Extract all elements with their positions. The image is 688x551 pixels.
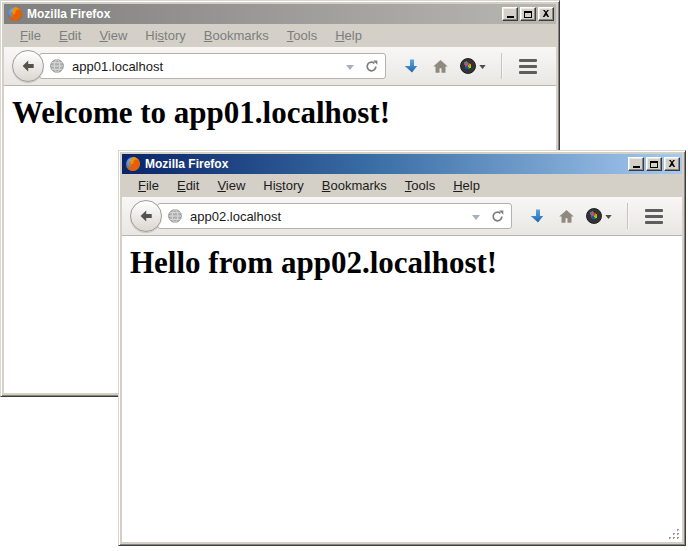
window-title: Mozilla Firefox xyxy=(145,157,628,171)
url-bar[interactable]: app01.localhost xyxy=(39,53,386,79)
navigation-toolbar: app01.localhost xyxy=(4,47,556,86)
back-arrow-icon xyxy=(138,208,154,224)
menu-help[interactable]: Help xyxy=(326,25,371,46)
site-identity-globe-icon[interactable] xyxy=(49,58,65,74)
back-button[interactable] xyxy=(12,50,44,82)
menu-edit[interactable]: Edit xyxy=(50,25,90,46)
minimize-button[interactable] xyxy=(502,7,518,21)
resize-grip[interactable] xyxy=(667,527,681,541)
home-icon xyxy=(558,208,575,225)
download-button[interactable] xyxy=(524,201,552,231)
urlbar-dropdown-icon[interactable] xyxy=(472,215,480,220)
page-content: Hello from app02.localhost! xyxy=(122,236,682,542)
close-icon xyxy=(668,160,676,167)
window-title: Mozilla Firefox xyxy=(27,7,502,21)
reload-button[interactable] xyxy=(486,205,508,227)
toolbar-separator xyxy=(501,53,503,79)
menu-hamburger-button[interactable] xyxy=(636,201,672,231)
sphere-dropdown-icon xyxy=(479,65,486,69)
menu-view[interactable]: View xyxy=(90,25,136,46)
close-button[interactable] xyxy=(664,157,680,171)
download-button[interactable] xyxy=(398,51,426,81)
menu-bookmarks[interactable]: Bookmarks xyxy=(313,175,396,196)
menu-view[interactable]: View xyxy=(208,175,254,196)
menu-bar: FileEditViewHistoryBookmarksToolsHelp xyxy=(122,174,682,197)
menu-bar: FileEditViewHistoryBookmarksToolsHelp xyxy=(4,24,556,47)
addon-sphere-button[interactable] xyxy=(580,201,618,231)
close-button[interactable] xyxy=(538,7,554,21)
menu-history[interactable]: History xyxy=(254,175,312,196)
reload-icon xyxy=(364,59,379,74)
home-icon xyxy=(432,58,449,75)
reload-icon xyxy=(490,209,505,224)
menu-tools[interactable]: Tools xyxy=(396,175,444,196)
minimize-button[interactable] xyxy=(628,157,644,171)
maximize-icon xyxy=(650,161,658,168)
menu-hamburger-button[interactable] xyxy=(510,51,546,81)
titlebar[interactable]: Mozilla Firefox xyxy=(4,4,556,24)
maximize-button[interactable] xyxy=(520,7,536,21)
home-button[interactable] xyxy=(426,51,454,81)
menu-bookmarks[interactable]: Bookmarks xyxy=(195,25,278,46)
sphere-dropdown-icon xyxy=(605,215,612,219)
menu-file[interactable]: File xyxy=(129,175,168,196)
menu-history[interactable]: History xyxy=(136,25,194,46)
menu-edit[interactable]: Edit xyxy=(168,175,208,196)
site-identity-globe-icon[interactable] xyxy=(167,208,183,224)
url-input[interactable]: app01.localhost xyxy=(72,59,342,74)
maximize-icon xyxy=(524,11,532,18)
titlebar[interactable]: Mozilla Firefox xyxy=(122,154,682,174)
page-heading: Hello from app02.localhost! xyxy=(130,245,674,281)
urlbar-dropdown-icon[interactable] xyxy=(346,65,354,70)
home-button[interactable] xyxy=(552,201,580,231)
minimize-icon xyxy=(633,166,640,168)
navigation-toolbar: app02.localhost xyxy=(122,197,682,236)
menu-file[interactable]: File xyxy=(11,25,50,46)
close-icon xyxy=(542,10,550,17)
url-bar[interactable]: app02.localhost xyxy=(157,203,512,229)
desktop: Mozilla Firefox FileEditViewHistoryBookm… xyxy=(0,0,688,551)
page-heading: Welcome to app01.localhost! xyxy=(12,95,548,131)
color-sphere-icon xyxy=(460,58,476,74)
download-arrow-icon xyxy=(530,208,546,224)
firefox-window-app02: Mozilla Firefox FileEditViewHistoryBookm… xyxy=(118,150,686,546)
firefox-logo-icon xyxy=(125,156,141,172)
back-arrow-icon xyxy=(20,58,36,74)
toolbar-separator xyxy=(627,203,629,229)
addon-sphere-button[interactable] xyxy=(454,51,492,81)
menu-tools[interactable]: Tools xyxy=(278,25,326,46)
menu-help[interactable]: Help xyxy=(444,175,489,196)
url-input[interactable]: app02.localhost xyxy=(190,209,468,224)
color-sphere-icon xyxy=(586,208,602,224)
reload-button[interactable] xyxy=(360,55,382,77)
back-button[interactable] xyxy=(130,200,162,232)
download-arrow-icon xyxy=(404,58,420,74)
firefox-logo-icon xyxy=(7,6,23,22)
maximize-button[interactable] xyxy=(646,157,662,171)
minimize-icon xyxy=(507,16,514,18)
